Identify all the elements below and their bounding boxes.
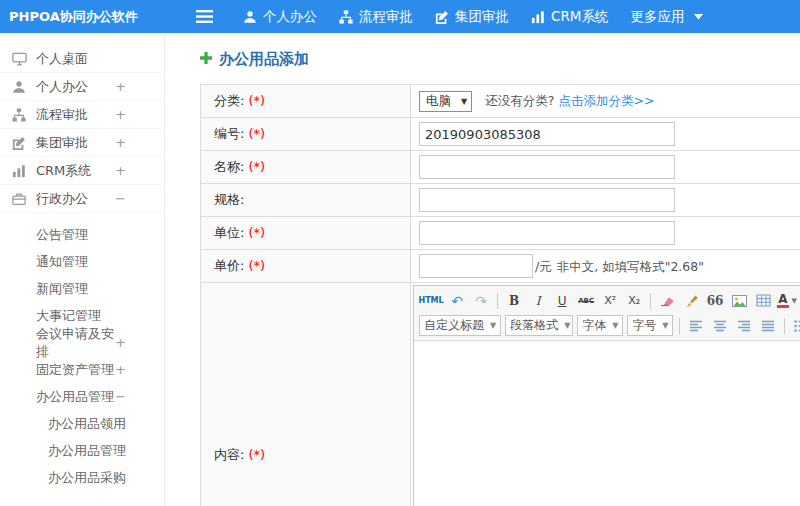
caret-down-icon: ▼ xyxy=(490,321,496,330)
insert-image-icon[interactable] xyxy=(728,290,750,311)
custom-heading-select[interactable]: 自定义标题▼ xyxy=(419,315,501,336)
nav-item-personal-office[interactable]: 个人办公 xyxy=(243,8,317,26)
sidebar-item-personal-office[interactable]: 个人办公 + xyxy=(0,73,164,101)
sidebar-item-personal-desktop[interactable]: 个人桌面 xyxy=(0,45,164,73)
required-marker: (*) xyxy=(248,225,265,240)
toolbar-separator xyxy=(497,293,498,309)
sidebar-item-supplies-claim[interactable]: 办公用品领用 xyxy=(0,410,164,437)
sidebar-item-admin-office[interactable]: 行政办公 − xyxy=(0,185,164,213)
nav-item-crm[interactable]: CRM系统 xyxy=(531,8,608,26)
font-family-select[interactable]: 字体▼ xyxy=(577,315,623,336)
desktop-icon xyxy=(12,51,28,66)
align-right-icon[interactable] xyxy=(733,315,755,336)
sidebar-item-supplies-purchase[interactable]: 办公用品采购 xyxy=(0,464,164,491)
italic-button[interactable]: I xyxy=(527,290,549,311)
sidebar-item-office-supplies-mgmt[interactable]: 办公用品管理− xyxy=(0,383,164,410)
sidebar-item-news-mgmt[interactable]: 新闻管理 xyxy=(0,275,164,302)
align-center-icon[interactable] xyxy=(709,315,731,336)
main-content: 办公用品添加 分类:(*) 电脑 ▼ 还没有分类? 点击添加分类>> 编号:(*… xyxy=(166,33,800,506)
sidebar-item-notice-mgmt[interactable]: 通知管理 xyxy=(0,248,164,275)
hamburger-icon[interactable] xyxy=(196,10,213,23)
undo-icon[interactable]: ↶ xyxy=(446,290,468,311)
redo-icon[interactable]: ↷ xyxy=(470,290,492,311)
collapse-minus-icon: − xyxy=(115,389,126,404)
unit-input[interactable] xyxy=(419,221,675,245)
paragraph-format-select[interactable]: 段落格式▼ xyxy=(505,315,573,336)
required-marker: (*) xyxy=(248,93,265,108)
subscript-button[interactable]: X₂ xyxy=(623,290,645,311)
form-row-spec: 规格: xyxy=(201,184,800,217)
expand-plus-icon: + xyxy=(115,335,126,350)
toolbar-separator xyxy=(679,318,680,334)
superscript-button[interactable]: X² xyxy=(599,290,621,311)
blockquote-button[interactable]: 66 xyxy=(704,290,726,311)
underline-button[interactable]: U xyxy=(551,290,573,311)
add-category-link[interactable]: 点击添加分类>> xyxy=(559,93,655,108)
remove-format-eraser-icon[interactable] xyxy=(656,290,678,311)
caret-down-icon: ▼ xyxy=(792,297,797,305)
toolbar-separator xyxy=(784,318,785,334)
insert-table-icon[interactable] xyxy=(752,290,774,311)
chart-icon xyxy=(12,164,28,178)
flow-icon xyxy=(339,10,353,24)
caret-down-icon xyxy=(694,14,703,20)
strikethrough-button[interactable]: ABC xyxy=(575,290,597,311)
nav-item-workflow-approval[interactable]: 流程审批 xyxy=(339,8,413,26)
category-label-cell: 分类:(*) xyxy=(201,85,411,118)
bold-button[interactable]: B xyxy=(503,290,525,311)
user-icon xyxy=(12,80,28,94)
caret-down-icon: ▼ xyxy=(564,321,570,330)
sidebar-item-meeting-request[interactable]: 会议申请及安排+ xyxy=(0,329,164,356)
category-select[interactable]: 电脑 ▼ xyxy=(419,91,472,112)
name-input[interactable] xyxy=(419,155,675,179)
sidebar-item-workflow-approval[interactable]: 流程审批 + xyxy=(0,101,164,129)
unordered-list-icon[interactable] xyxy=(790,315,800,336)
price-label: 单价: xyxy=(214,258,244,273)
sidebar-item-supplies-manage[interactable]: 办公用品管理 xyxy=(0,437,164,464)
form-row-content: 内容:(*) HTML ↶ ↷ B I U ABC xyxy=(201,283,800,506)
expand-plus-icon: + xyxy=(115,362,126,377)
spec-input[interactable] xyxy=(419,188,675,212)
required-marker: (*) xyxy=(248,126,265,141)
briefcase-icon xyxy=(12,192,28,206)
align-justify-icon[interactable] xyxy=(757,315,779,336)
content-label-cell: 内容:(*) xyxy=(201,283,411,506)
content-label: 内容: xyxy=(214,447,244,462)
caret-down-icon: ▼ xyxy=(461,97,467,106)
price-input[interactable] xyxy=(419,254,533,278)
sidebar-item-group-approval[interactable]: 集团审批 + xyxy=(0,129,164,157)
format-painter-brush-icon[interactable] xyxy=(680,290,702,311)
nav-item-more-apps[interactable]: 更多应用 xyxy=(630,8,703,26)
price-label-cell: 单价:(*) xyxy=(201,250,411,283)
flow-icon xyxy=(12,108,28,122)
sidebar: 个人桌面 个人办公 + 流程审批 + 集团审批 + CRM系统 + 行政办公 −… xyxy=(0,33,165,506)
html-source-button[interactable]: HTML xyxy=(418,290,444,311)
editor-content-area[interactable] xyxy=(414,341,800,506)
expand-plus-icon: + xyxy=(115,79,126,94)
editor-toolbar: HTML ↶ ↷ B I U ABC X² X₂ xyxy=(414,286,800,341)
edit-icon xyxy=(435,10,449,24)
caret-down-icon: ▼ xyxy=(612,321,618,330)
category-label: 分类: xyxy=(214,93,244,108)
spec-label-cell: 规格: xyxy=(201,184,411,217)
edit-icon xyxy=(12,136,28,150)
form-row-unit: 单位:(*) xyxy=(201,217,800,250)
sidebar-item-crm[interactable]: CRM系统 + xyxy=(0,157,164,185)
nav-item-group-approval[interactable]: 集团审批 xyxy=(435,8,509,26)
chart-icon xyxy=(531,10,545,24)
toolbar-separator xyxy=(650,293,651,309)
supply-add-form: 分类:(*) 电脑 ▼ 还没有分类? 点击添加分类>> 编号:(*) 名称:(*… xyxy=(200,84,800,506)
admin-office-submenu: 公告管理 通知管理 新闻管理 大事记管理 会议申请及安排+ 固定资产管理+ 办公… xyxy=(0,213,164,491)
name-label-cell: 名称:(*) xyxy=(201,151,411,184)
font-color-button[interactable]: A▼ xyxy=(776,290,798,311)
add-icon xyxy=(200,52,212,67)
font-size-select[interactable]: 字号▼ xyxy=(627,315,673,336)
collapse-minus-icon: − xyxy=(115,191,126,206)
caret-down-icon: ▼ xyxy=(662,321,668,330)
sidebar-item-fixed-assets[interactable]: 固定资产管理+ xyxy=(0,356,164,383)
sidebar-item-announcement-mgmt[interactable]: 公告管理 xyxy=(0,221,164,248)
form-row-name: 名称:(*) xyxy=(201,151,800,184)
align-left-icon[interactable] xyxy=(685,315,707,336)
code-input[interactable] xyxy=(419,122,675,146)
rich-text-editor: HTML ↶ ↷ B I U ABC X² X₂ xyxy=(413,285,800,506)
